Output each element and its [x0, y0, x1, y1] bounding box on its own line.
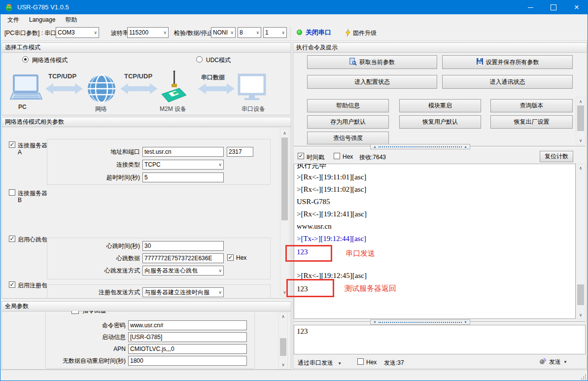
com-port-select[interactable]: COM3∨ — [56, 27, 99, 38]
enter-config-button[interactable]: 进入配置状态 — [307, 75, 437, 89]
radio-udc-mode[interactable] — [196, 56, 203, 63]
reset-count-button[interactable]: 复位计数 — [540, 151, 573, 162]
parity-select[interactable]: NONI∨ — [211, 27, 236, 38]
check-icon: ✓ — [298, 153, 303, 159]
heartbeat-label: 启用心跳包 — [18, 236, 47, 244]
annotation-box-rx — [286, 279, 334, 297]
annotation-label-tx: 串口发送 — [346, 248, 375, 258]
app-window: { "window": { "title": "USR-G785 V1.0.5"… — [0, 0, 588, 381]
scroll-down-icon[interactable]: ∨ — [279, 361, 287, 368]
scrollbar-thumb[interactable] — [577, 105, 584, 131]
stopbits-select[interactable]: 1∨ — [263, 27, 287, 38]
timeout-input[interactable]: 5 — [142, 173, 224, 182]
reboot-button[interactable]: 模块重启 — [399, 99, 481, 112]
conn-type-select[interactable]: TCPC∨ — [142, 160, 224, 170]
annotation-label-rx: 测试服务器返回 — [345, 283, 396, 293]
auto-restart-input[interactable]: 1800 — [128, 356, 247, 366]
restore-default-button[interactable]: 恢复用户默认 — [399, 115, 481, 129]
boot-message-input[interactable]: [USR-G785] — [128, 332, 247, 342]
signal-button[interactable]: 查信号强度 — [307, 132, 389, 144]
timestamp-checkbox[interactable]: ✓ — [298, 153, 304, 159]
scroll-up-icon[interactable]: ∧ — [279, 312, 287, 320]
scroll-up-icon[interactable]: ∧ — [576, 98, 585, 105]
chevron-down-icon: ▼ — [563, 360, 567, 364]
set-save-button[interactable]: 设置并保存所有参数 — [442, 55, 573, 69]
checkbox-server-a[interactable]: ✓ — [9, 141, 15, 148]
log-line: USR-G785 — [297, 197, 330, 207]
splitter-up-icon: ▲ — [464, 145, 467, 148]
port-input[interactable]: 2317 — [227, 147, 253, 157]
partial-option-label: 指令回显 — [80, 311, 106, 314]
firmware-upgrade-button[interactable]: 固件升级 — [353, 29, 377, 37]
send-splitter[interactable]: ▼ ▼ — [370, 319, 470, 325]
status-bar — [0, 370, 588, 381]
register-mode-select[interactable]: 与服务器建立连接时向服∨ — [142, 287, 224, 297]
menu-bar: 文件 Language 帮助 — [0, 14, 588, 25]
save-default-button[interactable]: 存为用户默认 — [307, 115, 389, 129]
radio-transparent-mode[interactable] — [22, 56, 29, 63]
apn-input[interactable]: CMIOTLVC.js,,,0 — [128, 344, 247, 354]
global-params-scrollbar[interactable]: ∧ ∨ — [278, 312, 288, 369]
diagram-serial-label: 串口设备 — [242, 105, 265, 113]
heartbeat-time-input[interactable]: 30 — [142, 241, 224, 251]
minimize-button[interactable] — [519, 0, 542, 14]
global-params-group: 全局参数 指令回显 命令密码 www.usr.cn# 启动信息 [USR-G78… — [1, 301, 291, 370]
menu-item-language[interactable]: Language — [24, 14, 60, 25]
heartbeat-data-input[interactable]: 7777772E7573722E636E — [142, 253, 224, 263]
checkbox-server-b[interactable] — [9, 189, 15, 196]
databits-select[interactable]: 8∨ — [238, 27, 261, 38]
scroll-up-icon[interactable]: ∧ — [280, 129, 289, 137]
net-params-group: 网络透传模式相关参数 ✓ 连接服务器 A 地址和端口 test.usr.cn 2… — [1, 117, 291, 299]
diagram-link2-label: TCP/UDP — [124, 72, 152, 80]
maximize-button[interactable] — [542, 0, 565, 14]
work-mode-header: 选择工作模式 — [2, 43, 291, 53]
close-button[interactable]: × — [565, 0, 588, 14]
heartbeat-hex-checkbox[interactable]: ✓ — [227, 254, 234, 261]
commands-scrollbar[interactable]: ∧ ∨ — [576, 97, 586, 144]
scroll-down-icon[interactable]: ∨ — [576, 311, 585, 318]
checkbox-register[interactable]: ✓ — [9, 281, 15, 288]
log-scrollbar[interactable]: ∧ ∨ — [576, 164, 586, 319]
scrollbar-thumb[interactable] — [280, 338, 286, 356]
menu-item-file[interactable]: 文件 — [2, 14, 24, 25]
log-line: >[Rx<-][19:12:41][asc] — [297, 209, 367, 219]
work-mode-group: 选择工作模式 网络透传模式 UDC模式 PC TCP/UDP 网络 TCP/UD… — [1, 42, 291, 115]
scrollbar-thumb[interactable] — [577, 284, 584, 305]
register-mode-label: 注册包发送方式 — [56, 287, 140, 297]
auto-restart-label: 无数据自动重启时间(秒) — [42, 356, 126, 366]
scrollbar-thumb[interactable] — [281, 138, 288, 220]
help-button[interactable]: 帮助信息 — [307, 99, 389, 112]
send-hex-checkbox[interactable] — [357, 358, 364, 365]
via-serial-dropdown[interactable]: 通过串口发送 ▼ — [298, 359, 342, 367]
send-sound-icon — [539, 357, 547, 366]
send-button[interactable]: 发送 ▼ — [539, 357, 567, 366]
save-icon — [476, 58, 484, 67]
heartbeat-mode-select[interactable]: 向服务器发送心跳包∨ — [142, 266, 224, 276]
cmd-password-input[interactable]: www.usr.cn# — [128, 320, 247, 330]
log-hex-checkbox[interactable] — [334, 153, 340, 159]
chevron-down-icon: ∨ — [280, 30, 285, 35]
net-params-scrollbar[interactable]: ∧ ∨ — [280, 129, 289, 296]
maximize-icon — [551, 4, 556, 10]
checkbox-heartbeat[interactable]: ✓ — [9, 236, 15, 242]
partial-checkbox[interactable] — [71, 311, 79, 314]
address-input[interactable]: test.usr.cn — [142, 147, 224, 157]
monitor-icon — [238, 73, 266, 104]
version-button[interactable]: 查询版本 — [490, 99, 573, 112]
chevron-down-icon: ∨ — [217, 162, 222, 167]
splitter-up-icon: ▲ — [373, 145, 377, 148]
baud-select[interactable]: 115200∨ — [127, 27, 169, 38]
scroll-up-icon[interactable]: ∧ — [576, 164, 585, 172]
menu-item-help[interactable]: 帮助 — [60, 14, 82, 25]
close-port-button[interactable]: 关闭串口 — [306, 29, 331, 36]
factory-reset-button[interactable]: 恢复出厂设置 — [490, 115, 573, 129]
resize-grip[interactable] — [581, 375, 586, 380]
splitter-down-icon: ▼ — [464, 320, 467, 324]
send-textarea[interactable] — [294, 325, 586, 354]
partial-option-row: 指令回显 — [71, 311, 131, 314]
enter-comm-button[interactable]: 进入通讯状态 — [442, 75, 573, 89]
cmd-password-label: 命令密码 — [42, 320, 126, 330]
scroll-down-icon[interactable]: ∨ — [576, 137, 585, 144]
log-splitter[interactable]: ▲ ▲ — [370, 144, 470, 149]
get-params-button[interactable]: 获取当前参数 — [307, 55, 437, 69]
